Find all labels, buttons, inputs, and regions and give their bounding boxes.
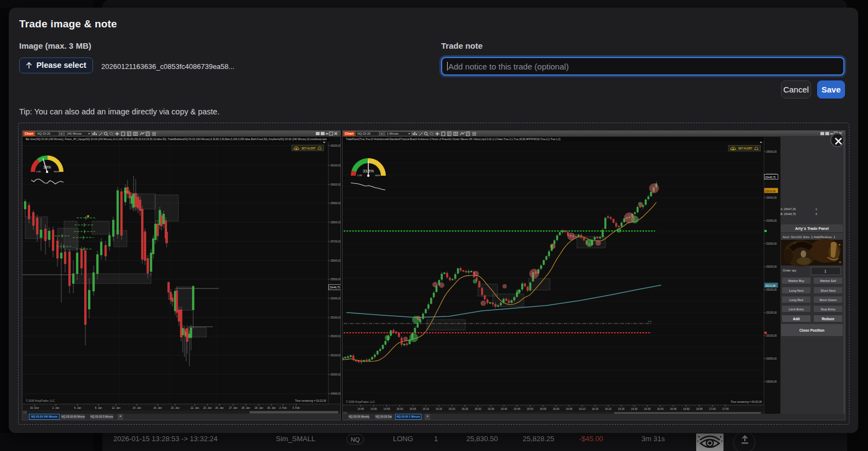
svg-text:22. Jan: 22. Jan [190, 407, 199, 409]
svg-text:16:40: 16:40 [657, 408, 663, 410]
svg-text:15:00: 15:00 [396, 408, 403, 410]
svg-text:16:00: 16:00 [553, 408, 559, 410]
svg-text:25350,00: 25350,00 [766, 219, 777, 222]
svg-text:Reduce: Reduce [821, 317, 835, 321]
svg-text:30. Jan: 30. Jan [267, 407, 276, 409]
svg-text:25500,00: 25500,00 [766, 151, 777, 153]
svg-text:16:10: 16:10 [579, 408, 586, 410]
svg-text:16:50: 16:50 [683, 408, 690, 410]
svg-text:16:05: 16:05 [566, 408, 572, 410]
svg-text:HIGH: HIGH [375, 175, 380, 177]
svg-text:29. Jan: 29. Jan [254, 407, 263, 409]
svg-text:Time remaining = 00:00:26: Time remaining = 00:00:26 [731, 401, 762, 403]
svg-text:39%: 39% [43, 165, 51, 169]
svg-text:Market Sell: Market Sell [820, 279, 836, 282]
svg-text:Close Position: Close Position [800, 328, 825, 332]
svg-text:LOW: LOW [36, 171, 41, 173]
svg-text:1: 1 [824, 269, 826, 273]
svg-text:25250,00: 25250,00 [766, 265, 777, 268]
svg-text:26100,00: 26100,00 [331, 164, 341, 167]
svg-text:16:15: 16:15 [592, 408, 598, 410]
svg-text:14:50: 14:50 [371, 408, 377, 410]
svg-text:3. Feb: 3. Feb [292, 407, 300, 409]
svg-text:25100,00: 25100,00 [766, 334, 777, 337]
svg-text:25300,00: 25300,00 [766, 242, 777, 245]
svg-text:26. Jan: 26. Jan [215, 407, 224, 409]
svg-text:33.5%: 33.5% [363, 169, 374, 173]
svg-text:15:15: 15:15 [436, 408, 442, 410]
svg-text:SET ALERT: SET ALERT [302, 147, 316, 150]
svg-text:26000,00: 26000,00 [331, 183, 341, 186]
svg-text:25200,00: 25200,00 [331, 335, 341, 338]
svg-text:25300,00: 25300,00 [331, 316, 341, 319]
svg-text:24900,00: 24900,00 [331, 392, 341, 395]
svg-text:16:35: 16:35 [644, 408, 651, 410]
svg-text:25400,00: 25400,00 [766, 196, 777, 199]
svg-text:14:45: 14:45 [357, 408, 364, 410]
svg-text:25900,00: 25900,00 [331, 202, 341, 205]
svg-text:14. Jan: 14. Jan [132, 407, 141, 409]
svg-text:25446,75: 25446,75 [329, 286, 340, 289]
svg-text:15:20: 15:20 [449, 408, 455, 410]
svg-text:Long Next: Long Next [789, 289, 804, 292]
svg-text:23. Jan: 23. Jan [203, 407, 212, 409]
svg-text:Stop Entry: Stop Entry [820, 308, 835, 311]
svg-text:25800,00: 25800,00 [331, 221, 341, 224]
svg-text:16:30: 16:30 [631, 408, 638, 410]
svg-text:16:25: 16:25 [618, 408, 624, 410]
svg-text:15:55: 15:55 [540, 408, 546, 410]
svg-text:Short Green: Short Green [819, 298, 837, 302]
svg-text:Limit Entry: Limit Entry [789, 308, 803, 311]
svg-text:15:05: 15:05 [409, 408, 416, 410]
svg-text:25200,00: 25200,00 [766, 288, 777, 291]
svg-text:A: 25447,25: A: 25447,25 [780, 207, 796, 211]
svg-text:Time remaining = 03:23:26: Time remaining = 03:23:26 [295, 400, 326, 402]
svg-text:25445,75: 25445,75 [765, 176, 776, 179]
svg-text:Arty´s Trade Panel: Arty´s Trade Panel [795, 227, 829, 231]
svg-text:15:35: 15:35 [488, 408, 494, 410]
svg-text:25000,00: 25000,00 [331, 373, 341, 376]
svg-text:28. Jan: 28. Jan [241, 407, 250, 409]
svg-text:15:50: 15:50 [526, 408, 533, 410]
svg-text:Order qty: Order qty [783, 269, 796, 272]
svg-text:© 2026 NinjaTrader, LLC: © 2026 NinjaTrader, LLC [346, 400, 375, 403]
svg-text:Add: Add [793, 317, 800, 321]
svg-text:25414,46: 25414,46 [765, 190, 776, 193]
svg-text:2. Jan: 2. Jan [52, 407, 59, 409]
svg-text:8. Jan: 8. Jan [95, 407, 102, 409]
svg-text:Market Buy: Market Buy [788, 279, 804, 282]
svg-text:16:45: 16:45 [670, 408, 676, 410]
svg-text:17:00: 17:00 [709, 408, 716, 410]
svg-text:30. Dez: 30. Dez [30, 407, 39, 409]
svg-text:15:30: 15:30 [474, 408, 481, 410]
svg-text:15:10: 15:10 [423, 408, 429, 410]
svg-text:25500,00: 25500,00 [331, 278, 341, 281]
svg-text:4: 4 [815, 212, 817, 216]
svg-text:1: 1 [815, 207, 817, 211]
svg-text:25100,00: 25100,00 [331, 354, 341, 357]
svg-text:16:20: 16:20 [605, 408, 611, 410]
svg-text:15:40: 15:40 [501, 408, 507, 410]
svg-text:15:45: 15:45 [514, 408, 520, 410]
svg-text:25600,00: 25600,00 [331, 259, 341, 262]
svg-text:Acct: Sim101 Size: 1 Add/R: Acct: Sim101 Size: 1 Add/Reduce: 1 [783, 235, 836, 239]
svg-text:SET ALERT: SET ALERT [738, 147, 753, 150]
svg-text:16. Jan: 16. Jan [153, 407, 162, 409]
svg-text:15:25: 15:25 [461, 408, 468, 410]
svg-text:6. Jan: 6. Jan [74, 407, 81, 409]
svg-text:20. Jan: 20. Jan [171, 407, 180, 409]
svg-text:© 2026 NinjaTrader, LLC: © 2026 NinjaTrader, LLC [26, 399, 55, 402]
svg-text:25211,88: 25211,88 [765, 285, 776, 287]
svg-text:16:55: 16:55 [696, 408, 703, 410]
svg-text:PSC: PSC [648, 321, 652, 323]
svg-text:25400,00: 25400,00 [331, 297, 341, 300]
svg-text:Long Red: Long Red [789, 298, 803, 302]
svg-text:LOW: LOW [357, 175, 362, 177]
svg-text:17:05: 17:05 [722, 408, 728, 410]
svg-text:HIGH: HIGH [54, 171, 59, 173]
svg-text:12. Jan: 12. Jan [112, 407, 120, 409]
svg-text:25000,00: 25000,00 [766, 380, 777, 383]
svg-text:26200,00: 26200,00 [331, 144, 341, 147]
svg-text:27. Jan: 27. Jan [229, 407, 238, 409]
svg-text:25700,00: 25700,00 [331, 240, 341, 243]
